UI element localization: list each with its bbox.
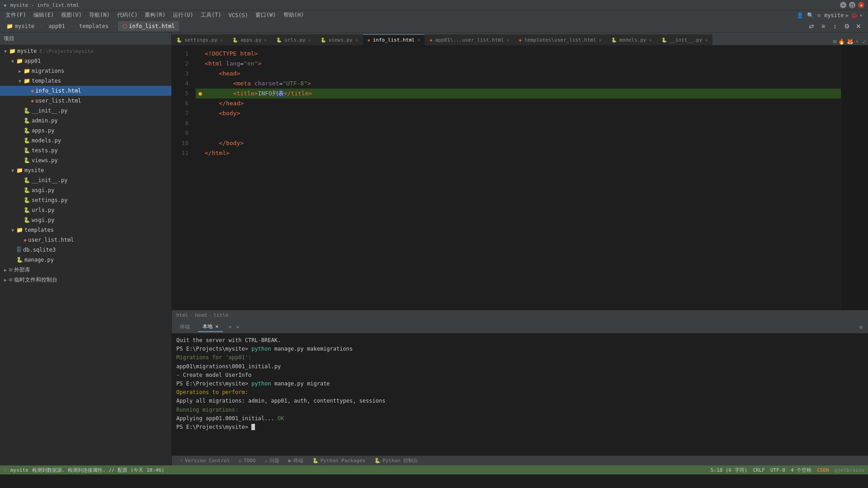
terminal-settings-icon[interactable]: ⚙ <box>859 324 863 330</box>
close-button[interactable]: ✕ <box>858 2 864 8</box>
close-views-tab[interactable]: ✕ <box>355 38 358 42</box>
py-icon-wsgi: 🐍 <box>24 217 30 223</box>
editor-tab-settings[interactable]: 🐍 settings.py ✕ <box>172 34 228 45</box>
minimize-button[interactable]: ─ <box>840 2 846 8</box>
tree-db-sqlite3[interactable]: 🗄 db.sqlite3 <box>0 245 171 255</box>
status-encoding[interactable]: UTF-8 <box>770 467 785 473</box>
breadcrumb-title[interactable]: title <box>213 312 228 318</box>
editor-tab-info-list[interactable]: ◈ info_list.html ✕ <box>363 34 425 45</box>
breadcrumb-html[interactable]: html <box>176 312 189 318</box>
terminal-tab-local[interactable]: 本地 ✕ <box>198 322 223 332</box>
tree-init-py-app01[interactable]: 🐍 __init__.py <box>0 106 171 116</box>
editor-tab-app01-user-list[interactable]: ◈ app01\...user_list.html ✕ <box>425 34 514 45</box>
status-line-col[interactable]: 5:18 (6 字符) <box>711 467 748 474</box>
menu-view[interactable]: 视图(V) <box>57 10 85 20</box>
status-crlf[interactable]: CRLF <box>753 467 765 473</box>
menu-edit[interactable]: 编辑(E) <box>30 10 58 20</box>
close-info-tab[interactable]: ✕ <box>417 38 420 42</box>
tree-mysite-folder[interactable]: ▼ 📁 mysite <box>0 165 171 175</box>
user-icon[interactable]: 👤 <box>797 12 803 19</box>
tree-settings-py[interactable]: 🐍 settings.py <box>0 195 171 205</box>
menu-refactor[interactable]: 重构(R) <box>141 10 169 20</box>
tree-tests-py[interactable]: 🐍 tests.py <box>0 145 171 155</box>
code-line-7: <body> <box>196 108 841 118</box>
tab-bar-icon-3[interactable]: 🦊 <box>847 38 854 45</box>
terminal-tab-end[interactable]: 终端 <box>175 322 194 332</box>
tab-bar-icon-2[interactable]: 🔥 <box>838 38 845 45</box>
bottom-tab-terminal[interactable]: ▶ 终端 <box>284 456 308 465</box>
tree-views-py[interactable]: 🐍 views.py <box>0 155 171 165</box>
bottom-tab-python-packages[interactable]: 🐍 Python Packages <box>308 457 370 465</box>
tree-app01-templates[interactable]: ▼ 📁 templates <box>0 76 171 86</box>
menu-window[interactable]: 窗口(W) <box>252 10 280 20</box>
editor-tab-templates-user-list[interactable]: ◈ templates\user_list.html ✕ <box>514 34 607 45</box>
editor-tab-urls[interactable]: 🐍 urls.py ✕ <box>272 34 316 45</box>
collapse-all-button[interactable]: ≡ <box>818 21 828 31</box>
project-tab-mysite[interactable]: 📁 mysite <box>2 21 39 31</box>
settings-icon[interactable]: ⚙ <box>817 12 821 19</box>
project-tab-app01[interactable]: app01 <box>44 21 70 31</box>
tree-wsgi-py[interactable]: 🐍 wsgi.py <box>0 215 171 225</box>
tree-root-user-list-html[interactable]: ◈ user_list.html <box>0 235 171 245</box>
tree-migrations[interactable]: ▶ 📁 migrations <box>0 66 171 76</box>
menu-run[interactable]: 运行(U) <box>169 10 197 20</box>
breadcrumb-head[interactable]: head <box>195 312 207 318</box>
tree-scratches[interactable]: ▶ ⊞ 临时文件和控制台 <box>0 275 171 285</box>
sync-button[interactable]: ⇄ <box>807 21 816 31</box>
search-icon[interactable]: 🔍 <box>807 12 814 19</box>
code-editor[interactable]: <!DOCTYPE html> <html lang="en"> <head> … <box>192 45 841 310</box>
close-models-tab[interactable]: ✕ <box>649 38 651 42</box>
menu-navigate[interactable]: 导航(N) <box>85 10 113 20</box>
tree-root-mysite[interactable]: ▼ 📁 mysite E:\Projects\mysite <box>0 46 171 56</box>
tree-app01-user-list-html[interactable]: ◈ user_list.html <box>0 96 171 106</box>
tree-urls-py[interactable]: 🐍 urls.py <box>0 205 171 215</box>
project-tab-info-list[interactable]: ⬡ info_list.html <box>118 21 179 31</box>
run-button[interactable]: ▶ <box>846 12 849 19</box>
bottom-tab-todo[interactable]: ☑ TODO <box>234 457 260 465</box>
tab-bar-icon-1[interactable]: ⊞ <box>833 38 836 45</box>
status-branch[interactable]: mysite <box>10 467 28 473</box>
close-app01-user-tab[interactable]: ✕ <box>507 38 509 42</box>
menu-code[interactable]: 代码(C) <box>113 10 142 20</box>
close-init-tab[interactable]: ✕ <box>705 38 708 42</box>
editor-tab-views[interactable]: 🐍 views.py ✕ <box>316 34 363 45</box>
tree-admin-py[interactable]: 🐍 admin.py <box>0 116 171 126</box>
bottom-tab-version-control[interactable]: ⑂ Version Control <box>175 457 234 465</box>
sort-button[interactable]: ↕ <box>830 21 840 31</box>
run-more-button[interactable]: ▾ <box>859 12 863 19</box>
menu-file[interactable]: 文件(F) <box>2 10 30 20</box>
close-urls-tab[interactable]: ✕ <box>308 38 311 42</box>
bottom-tab-python-console[interactable]: 🐍 Python 控制台 <box>370 456 423 465</box>
status-indent[interactable]: 4 个空格 <box>791 467 811 474</box>
tree-apps-py[interactable]: 🐍 apps.py <box>0 126 171 136</box>
editor-tab-init[interactable]: 🐍 __init__.py ✕ <box>657 34 713 45</box>
terminal-add-button[interactable]: + <box>228 324 231 330</box>
tree-app01[interactable]: ▼ 📁 app01 <box>0 56 171 66</box>
close-settings-tab[interactable]: ✕ <box>220 38 223 42</box>
terminal-content[interactable]: Quit the server with CTRL-BREAK. PS E:\P… <box>172 333 868 455</box>
close-templates-user-tab[interactable]: ✕ <box>599 38 602 42</box>
bottom-tab-problems[interactable]: ⚠ 问题 <box>260 456 284 465</box>
tree-info-list-html[interactable]: ◈ info_list.html <box>0 86 171 96</box>
tree-init-py-mysite[interactable]: 🐍 __init__.py <box>0 175 171 185</box>
terminal-more-button[interactable]: ▾ <box>236 324 239 330</box>
tree-models-py[interactable]: 🐍 models.py <box>0 136 171 145</box>
settings-button[interactable]: ⚙ <box>842 21 852 31</box>
window-controls[interactable]: ─ □ ✕ <box>840 2 864 8</box>
project-tab-templates[interactable]: templates <box>75 21 113 31</box>
tree-external-libs[interactable]: ▶ ⊞ 外部库 <box>0 265 171 275</box>
tab-bar-icon-4[interactable]: ⚡ <box>855 38 859 45</box>
project-tab-bar: 📁 mysite › app01 › templates › ⬡ info_li… <box>0 20 868 33</box>
menu-tools[interactable]: 工具(T) <box>197 10 225 20</box>
tree-asgi-py[interactable]: 🐍 asgi.py <box>0 185 171 195</box>
tree-root-templates[interactable]: ▼ 📁 templates <box>0 225 171 235</box>
debug-button[interactable]: 🐞 <box>851 12 858 19</box>
maximize-button[interactable]: □ <box>849 2 855 8</box>
menu-vcs[interactable]: VCS(S) <box>225 11 252 19</box>
editor-tab-models[interactable]: 🐍 models.py ✕ <box>607 34 657 45</box>
close-sidebar-button[interactable]: ✕ <box>854 21 863 31</box>
editor-tab-apps[interactable]: 🐍 apps.py ✕ <box>228 34 272 45</box>
menu-help[interactable]: 帮助(H) <box>280 10 308 20</box>
tree-manage-py[interactable]: 🐍 manage.py <box>0 255 171 265</box>
close-apps-tab[interactable]: ✕ <box>264 38 267 42</box>
